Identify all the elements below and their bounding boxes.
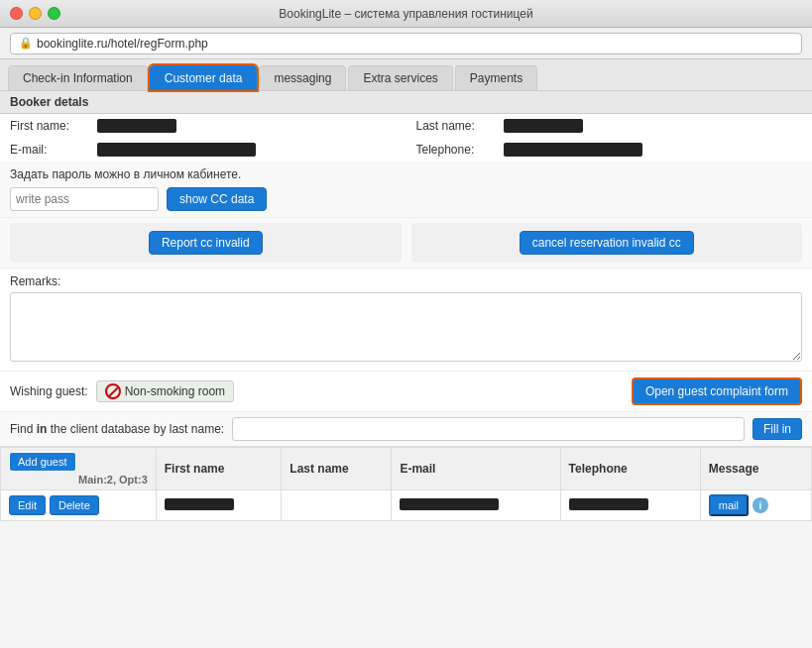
show-cc-button[interactable]: show CC data: [167, 187, 267, 211]
col-last-name: Last name: [282, 448, 392, 490]
col-email: E-mail: [392, 448, 560, 490]
main-opt-text: Main:2, Opt:3: [9, 474, 148, 486]
email-field: E-mail:: [0, 138, 406, 162]
lock-icon: 🔒: [19, 37, 33, 50]
tab-messaging[interactable]: messaging: [259, 65, 346, 90]
tab-checkin[interactable]: Check-in Information: [8, 65, 148, 90]
page-content: Check-in Information Customer data messa…: [0, 59, 812, 648]
maximize-button[interactable]: [48, 7, 60, 20]
cell-message: mail i: [700, 490, 811, 521]
nonsmoking-badge: Non-smoking room: [96, 380, 234, 402]
wishing-row: Wishing guest: Non-smoking room Open gue…: [0, 372, 812, 412]
search-input[interactable]: [232, 417, 745, 441]
cell-telephone: [560, 490, 700, 521]
cc-right: cancel reservation invalid cc: [411, 223, 803, 263]
fill-button[interactable]: Fill in: [753, 418, 802, 440]
remarks-textarea[interactable]: [10, 292, 802, 362]
cell-last-name: [282, 490, 392, 521]
remarks-section: Remarks:: [0, 269, 812, 372]
password-section: Задать пароль можно в личном кабинете. s…: [0, 162, 812, 218]
guest-table: Add guest Main:2, Opt:3 First name Last …: [0, 447, 812, 521]
table-header-row: Add guest Main:2, Opt:3 First name Last …: [1, 448, 812, 490]
first-name-field: First name:: [0, 114, 406, 138]
minimize-button[interactable]: [29, 7, 42, 20]
col-first-name: First name: [156, 448, 282, 490]
add-guest-button[interactable]: Add guest: [9, 452, 76, 472]
email-value: [97, 143, 256, 157]
telephone-label: Telephone:: [416, 143, 496, 157]
report-cc-button[interactable]: Report cc invalid: [149, 231, 263, 255]
write-pass-input[interactable]: [10, 187, 159, 211]
action-cell: Edit Delete: [1, 490, 157, 521]
email-label: E-mail:: [10, 143, 89, 157]
add-guest-header: Add guest Main:2, Opt:3: [1, 448, 157, 490]
cancel-cc-button[interactable]: cancel reservation invalid cc: [520, 231, 694, 255]
url-bar[interactable]: 🔒 bookinglite.ru/hotel/regForm.php: [10, 33, 802, 54]
last-name-field: Last name:: [406, 114, 813, 138]
nonsmoking-label: Non-smoking room: [125, 384, 225, 398]
col-telephone: Telephone: [560, 448, 700, 490]
password-row: show CC data: [10, 187, 802, 211]
first-name-label: First name:: [10, 119, 89, 133]
cell-first-name: [156, 490, 282, 521]
wishing-label: Wishing guest:: [10, 384, 88, 398]
first-name-value: [97, 119, 176, 133]
window-controls[interactable]: [10, 7, 60, 20]
delete-button[interactable]: Delete: [50, 495, 99, 515]
info-icon[interactable]: i: [753, 497, 768, 513]
telephone-field: Telephone:: [406, 138, 813, 162]
window-title: BookingLite – система управления гостини…: [279, 7, 532, 21]
telephone-value: [504, 143, 642, 157]
name-row: First name: Last name:: [0, 114, 812, 138]
remarks-label: Remarks:: [10, 274, 802, 288]
edit-button[interactable]: Edit: [9, 495, 46, 515]
table-row: Edit Delete mail i: [1, 490, 812, 521]
cell-email: [392, 490, 560, 521]
form-area: Booker detals First name: Last name: E-m…: [0, 91, 812, 521]
mail-button[interactable]: mail: [709, 494, 749, 516]
titlebar: BookingLite – система управления гостини…: [0, 0, 812, 28]
section-header: Booker detals: [0, 91, 812, 114]
tab-extra-services[interactable]: Extra services: [348, 65, 452, 90]
close-button[interactable]: [10, 7, 23, 20]
col-message: Message: [700, 448, 811, 490]
browser-bar: 🔒 bookinglite.ru/hotel/regForm.php: [0, 28, 812, 59]
contact-row: E-mail: Telephone:: [0, 138, 812, 162]
search-label: Find in the client database by last name…: [10, 422, 224, 436]
last-name-label: Last name:: [416, 119, 496, 133]
complaint-button[interactable]: Open guest complaint form: [632, 378, 802, 405]
tab-customer[interactable]: Customer data: [150, 65, 258, 90]
no-smoking-icon: [105, 383, 121, 399]
last-name-value: [504, 119, 583, 133]
cc-section: Report cc invalid cancel reservation inv…: [0, 218, 812, 269]
tab-bar: Check-in Information Customer data messa…: [0, 59, 812, 91]
url-text: bookinglite.ru/hotel/regForm.php: [37, 37, 208, 51]
cc-left: Report cc invalid: [10, 223, 402, 263]
search-row: Find in the client database by last name…: [0, 412, 812, 447]
password-text: Задать пароль можно в личном кабинете.: [10, 167, 802, 181]
tab-payments[interactable]: Payments: [455, 65, 537, 90]
